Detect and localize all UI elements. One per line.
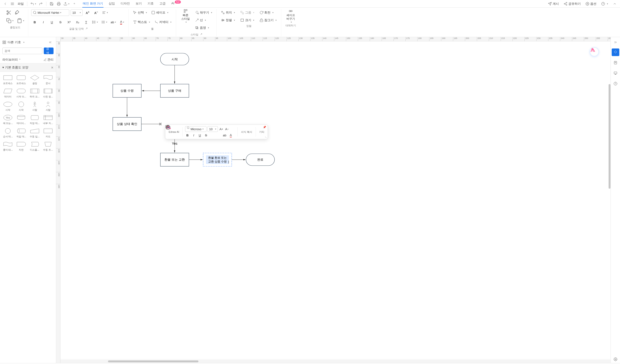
ctx-font-select[interactable]: Microso▾ — [185, 126, 206, 132]
help-panel-button[interactable] — [612, 80, 619, 87]
cut-button[interactable] — [5, 9, 12, 16]
fill-picker-button[interactable]: ▾ — [2, 363, 10, 364]
edraw-ai-label[interactable]: Edraw AI — [169, 131, 179, 133]
superscript-button[interactable]: X² — [65, 18, 73, 26]
shape-item[interactable]: 사전 정... — [42, 87, 54, 99]
shape-item[interactable]: 하위 프... — [28, 87, 41, 99]
shape-item[interactable]: 종이 테... — [1, 140, 14, 153]
horizontal-scrollbar[interactable] — [61, 360, 610, 363]
shape-item[interactable]: 사람 — [28, 100, 41, 113]
shape-item[interactable]: 시작 — [1, 100, 14, 113]
shape-item[interactable]: 카드 — [42, 127, 54, 139]
tab-ai[interactable]: AIhot — [171, 0, 181, 8]
expand-panel-button[interactable] — [612, 39, 619, 46]
shape-item[interactable]: 데이터 — [1, 87, 14, 99]
shape-item[interactable]: 내부 저... — [42, 114, 54, 126]
presentation-panel-button[interactable] — [612, 69, 619, 77]
shape-item[interactable]: 수동 조... — [42, 140, 54, 153]
library-label[interactable]: 라이브러리 ⌃ — [2, 58, 21, 62]
ctx-underline[interactable]: U — [198, 133, 202, 138]
bullet-list-button[interactable]: ▾ — [100, 18, 108, 26]
print-button[interactable] — [55, 0, 62, 7]
shape-item[interactable]: 저장 데... — [28, 114, 41, 126]
ctx-align-icon[interactable] — [230, 127, 235, 131]
line-style-button[interactable]: 선▾ — [194, 17, 214, 24]
line-spacing-button[interactable]: ▾ — [91, 18, 99, 26]
ctx-strike[interactable]: S — [204, 133, 208, 138]
shape-item[interactable]: Yes예 또는... — [1, 114, 14, 126]
ctx-italic[interactable]: I — [191, 133, 196, 138]
ctx-decrease-font[interactable]: A− — [225, 127, 229, 131]
ctx-format-painter[interactable]: 서식 복사 — [240, 130, 253, 134]
italic-button[interactable]: I — [40, 18, 47, 26]
collapse-ribbon-button[interactable] — [611, 1, 618, 7]
more-qat-button[interactable]: ⚬ — [71, 0, 78, 7]
menu-button[interactable] — [9, 0, 16, 7]
subscript-button[interactable]: X₂ — [74, 18, 81, 26]
ai-assistant-fab[interactable] — [589, 47, 599, 57]
undo-button[interactable]: ▾ — [29, 0, 37, 7]
back-button[interactable] — [2, 0, 9, 7]
decrease-font-button[interactable]: A− — [93, 9, 100, 16]
shape-item[interactable]: 프로세스 — [15, 74, 28, 86]
ctx-bullets[interactable] — [216, 133, 221, 138]
shape-item[interactable]: 결정 — [28, 74, 41, 86]
shape-item[interactable]: 프로세스 — [1, 74, 14, 86]
share-button[interactable]: 공유하기 — [562, 1, 582, 7]
shape-item[interactable]: 순서 데... — [1, 127, 14, 139]
format-painter-button[interactable] — [14, 9, 21, 16]
tab-home[interactable]: 메인 화면 가기 — [82, 0, 104, 8]
shape-item[interactable]: 데이터... — [15, 114, 28, 126]
copy-button[interactable]: ▾ — [5, 17, 15, 24]
vertical-scrollbar[interactable] — [609, 84, 610, 189]
shape-item[interactable]: 디스플... — [28, 140, 41, 153]
symbol-library-dropdown[interactable]: 다른 기호▾ — [2, 40, 25, 44]
section-title[interactable]: ▾ 기본 흐름도 모양 — [2, 65, 28, 70]
connector-tool-button[interactable]: 커넥터▾ — [153, 18, 173, 26]
ctx-more[interactable]: 기타 — [258, 130, 265, 134]
tab-advanced[interactable]: 고급 — [159, 0, 166, 8]
tab-insert[interactable]: 삽입 — [108, 0, 115, 8]
quick-style-button[interactable]: 빠른 스타일▾ — [179, 9, 192, 23]
resize-handle-icon[interactable]: ⤡ — [265, 136, 267, 139]
ctx-size-select[interactable]: 10▾ — [207, 126, 218, 132]
text-tool-button[interactable]: 텍스트▾ — [132, 18, 152, 26]
increase-font-button[interactable]: A+ — [84, 9, 91, 16]
font-size-select[interactable]: 10▾ — [71, 9, 83, 16]
shape-search-input[interactable] — [2, 47, 42, 54]
shape-item[interactable]: 사람 — [42, 100, 54, 113]
canvas[interactable]: 시작 상품 구매 상품 수령 상품 상태 확인 Yes — [61, 41, 610, 359]
shape-tool-button[interactable]: 셰이프▾ — [150, 9, 170, 16]
shape-item[interactable]: 직접 데... — [15, 127, 28, 139]
options-button[interactable]: 옵션 — [584, 1, 598, 7]
underline-button[interactable]: U — [48, 18, 55, 26]
tab-design[interactable]: 디자인 — [120, 0, 130, 8]
export-button[interactable]: ▾ — [62, 0, 70, 7]
text-direction-button[interactable]: ab▾ — [110, 18, 117, 26]
font-family-select[interactable]: Microsoft YaHei▾ — [31, 9, 69, 16]
lock-button[interactable]: 잠그기▾ — [258, 17, 278, 24]
rotate-button[interactable]: 회전▾ — [258, 9, 278, 16]
align-button[interactable]: ▾ — [101, 9, 109, 16]
align-arrange-button[interactable]: 정렬▾ — [220, 17, 236, 24]
redo-button[interactable] — [38, 0, 44, 7]
save-button[interactable] — [48, 0, 55, 7]
size-button[interactable]: 크기▾ — [239, 17, 256, 24]
strikethrough-button[interactable]: S — [57, 18, 64, 26]
publish-button[interactable]: 게시 — [546, 1, 560, 7]
shape-item[interactable]: 지연 — [15, 140, 28, 153]
select-tool-button[interactable]: 선택▾ — [132, 9, 148, 16]
ctx-font-color[interactable]: A — [228, 133, 233, 138]
shape-item[interactable]: 문서 — [42, 74, 54, 86]
font-color-button[interactable]: A▾ — [119, 18, 126, 26]
shape-item[interactable]: 시작 또... — [15, 87, 28, 99]
help-button[interactable]: ▾ — [600, 1, 609, 7]
ctx-line-spacing[interactable] — [210, 133, 215, 138]
collapse-panel-button[interactable] — [47, 39, 54, 46]
shadow-button[interactable]: 음영▾ — [194, 24, 214, 31]
tab-view[interactable]: 보기 — [135, 0, 142, 8]
change-shape-button[interactable]: 셰이프 바꾸기▾ — [284, 9, 297, 23]
settings-button[interactable] — [612, 355, 619, 363]
tab-symbols[interactable]: 기호 — [147, 0, 154, 8]
shape-search-button[interactable]: 검색 — [44, 47, 54, 54]
